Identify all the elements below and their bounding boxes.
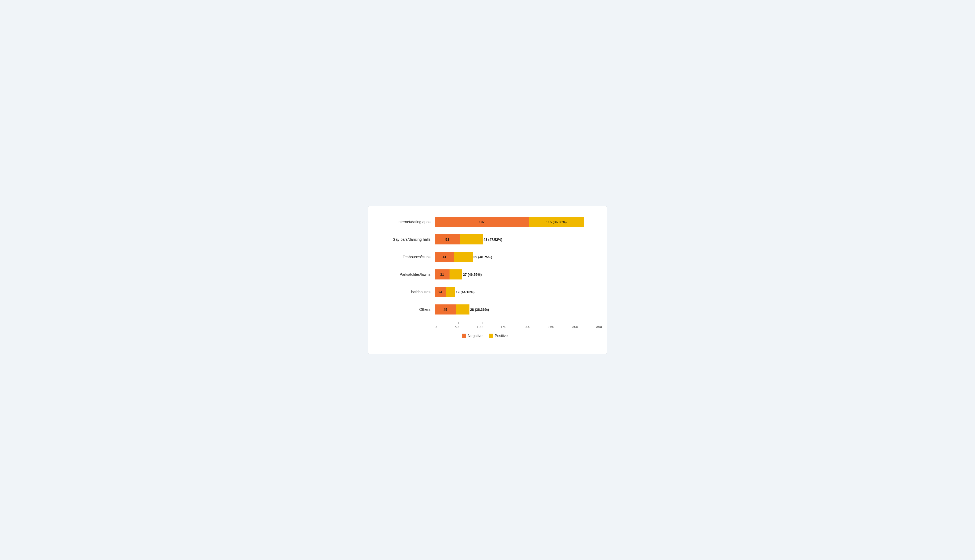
bar-area: 197115 (36.86%) [435, 217, 591, 227]
x-axis-container: 050100150200250300350 [435, 322, 591, 329]
x-tick: 350 [578, 322, 602, 329]
bar-negative: 31 [435, 269, 449, 280]
bar-negative: 24 [435, 287, 446, 297]
x-tick: 200 [506, 322, 530, 329]
bar-row: Teahouses/clubs4139 (48.75%) [379, 252, 591, 262]
bar-positive: 27 (46.55%) [449, 269, 462, 280]
bar-label: bathhouses [379, 290, 435, 294]
bar-row: Internet/dating apps197115 (36.86%) [379, 217, 591, 227]
legend-negative: Negative [462, 333, 482, 338]
legend-positive-label: Positive [495, 333, 508, 338]
bar-label: Gay bars/dancing halls [379, 237, 435, 242]
bar-area: 4528 (38.36%) [435, 304, 591, 315]
bar-negative: 41 [435, 252, 454, 262]
chart-area: Internet/dating apps197115 (36.86%)Gay b… [379, 217, 591, 315]
chart-container: Internet/dating apps197115 (36.86%)Gay b… [368, 206, 607, 354]
bar-positive: 28 (38.36%) [456, 304, 469, 315]
tick-label: 200 [524, 325, 530, 329]
bar-row: Others4528 (38.36%) [379, 304, 591, 315]
bar-negative: 53 [435, 234, 460, 245]
chart-legend: Negative Positive [379, 333, 591, 338]
bar-label: Teahouses/clubs [379, 255, 435, 259]
bar-positive-label: 39 (48.75%) [473, 255, 492, 259]
legend-positive: Positive [489, 333, 508, 338]
bar-negative: 45 [435, 304, 456, 315]
tick-label: 150 [501, 325, 506, 329]
bar-positive: 115 (36.86%) [529, 217, 584, 227]
bar-area: 4139 (48.75%) [435, 252, 591, 262]
bar-positive-label: 48 (47.52%) [484, 238, 503, 242]
tick-label: 100 [477, 325, 482, 329]
y-axis-line [435, 217, 435, 315]
bar-positive: 48 (47.52%) [460, 234, 483, 245]
bar-row: Gay bars/dancing halls5348 (47.52%) [379, 234, 591, 245]
bar-area: 5348 (47.52%) [435, 234, 591, 245]
bar-label: Internet/dating apps [379, 220, 435, 224]
x-tick: 50 [435, 322, 459, 329]
legend-negative-label: Negative [468, 333, 482, 338]
tick-label: 300 [572, 325, 578, 329]
bar-positive-label: 28 (38.36%) [470, 308, 489, 312]
x-tick: 300 [554, 322, 578, 329]
x-tick: 100 [459, 322, 482, 329]
bar-area: 2419 (44.18%) [435, 287, 591, 297]
bar-positive: 19 (44.18%) [446, 287, 455, 297]
legend-positive-box [489, 333, 493, 338]
x-tick: 150 [482, 322, 506, 329]
bars-rows: Internet/dating apps197115 (36.86%)Gay b… [379, 217, 591, 315]
tick-label: 350 [596, 325, 602, 329]
bar-positive-label: 19 (44.18%) [456, 290, 474, 294]
bar-label: Parks/tolites/lawns [379, 272, 435, 277]
x-tick: 250 [530, 322, 554, 329]
tick-label: 250 [548, 325, 554, 329]
legend-negative-box [462, 333, 466, 338]
bar-positive-label: 115 (36.86%) [546, 220, 567, 224]
bar-label: Others [379, 307, 435, 312]
tick-label: 50 [455, 325, 459, 329]
bar-area: 3127 (46.55%) [435, 269, 591, 280]
bar-row: Parks/tolites/lawns3127 (46.55%) [379, 269, 591, 280]
bar-positive-label: 27 (46.55%) [463, 273, 482, 277]
bar-row: bathhouses2419 (44.18%) [379, 287, 591, 297]
bar-positive: 39 (48.75%) [454, 252, 473, 262]
bar-negative: 197 [435, 217, 529, 227]
